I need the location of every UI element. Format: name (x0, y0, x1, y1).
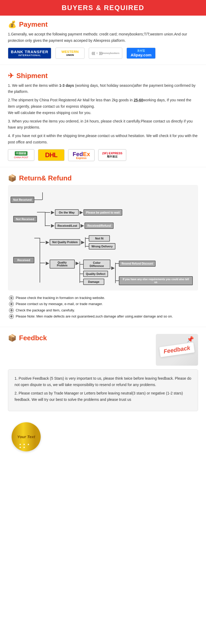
else-requirements-box: If you have any else requirements you co… (119, 276, 193, 285)
dhl-logo: DHL (38, 149, 64, 161)
payment-body: 1.Generally, we accept the following pay… (8, 31, 198, 44)
alipay-logo: 支付宝 Alipay.com (127, 48, 156, 59)
feedback-icon: 📦 (8, 334, 16, 342)
feedback-paragraphs: 1. Positive Feedback (5 Stars) is very i… (15, 375, 191, 403)
divider-1 (0, 65, 206, 65)
payment-section: 💰 Payment 1.Generally, we accept the fol… (0, 16, 206, 62)
return-notes: ① Please check the tracking in formation… (8, 295, 198, 320)
shipment-icon: ✈ (8, 72, 14, 80)
received-refund-box: Received/Refund (85, 223, 114, 229)
moneybookers-logo: ((( ○ ))) moneybookers (89, 48, 122, 59)
damage-box: Damage (83, 279, 104, 285)
on-the-way-box: On the Way (55, 209, 79, 216)
feedback-label: Feedback (159, 343, 195, 357)
return-title: 📦 Return& Refund (8, 174, 198, 182)
not-quality-box: Not Quality Problem (50, 239, 80, 245)
payment-icon: 💰 (8, 20, 16, 29)
shipment-title: ✈ Shipment (8, 72, 198, 80)
shipment-section: ✈ Shipment 1. We will sent the items wit… (0, 67, 206, 165)
badge-text: Your Text (17, 434, 35, 439)
quality-defect-box: Quality Defect (83, 271, 108, 277)
page-header: BUYERS & REQUIRED (0, 0, 206, 16)
fedex-logo: FedEx Express (68, 149, 95, 161)
nr-box: Not Received (13, 216, 37, 222)
divider-3 (0, 327, 206, 327)
wrong-delivery-box: Wrong Delivery (89, 243, 115, 250)
shipping-logos: 中国邮政 CHINA POST DHL FedEx Express (SF) E… (8, 149, 198, 161)
return-refund-section: 📦 Return& Refund Not Received (0, 169, 206, 325)
feedback-section: 📦 Feedbck 📌 Feedback 1. Positive Feedbac… (0, 329, 206, 459)
payment-logos: BANK TRANSFER INTERNATIONAL WESTERN UNIO… (8, 48, 198, 59)
not-fit-box: Not fit (89, 235, 110, 242)
shipment-body: 1. We will sent the items within 1-3 day… (8, 83, 198, 146)
please-wait-box: Please be patient to wait (83, 209, 123, 216)
resend-refund-box: Resend Refund Discount (119, 261, 156, 267)
pin-icon: 📌 (187, 336, 194, 343)
feedback-image: 📌 Feedback (156, 334, 198, 366)
header-title: BUYERS & REQUIRED (62, 4, 144, 12)
color-difference-box: Color Difference (83, 260, 111, 269)
feedback-content-box: 1. Positive Feedback (5 Stars) is very i… (8, 369, 198, 411)
return-icon: 📦 (8, 174, 16, 182)
sf-logo: (SF) EXPRESS 顺丰速运 (98, 149, 126, 161)
divider-2 (0, 167, 206, 167)
gold-badge-area: Your Text ★ ★ ★ ★ ★ (8, 415, 198, 457)
badge-stars: ★ ★ ★ ★ ★ (19, 443, 34, 449)
chinapost-logo: 中国邮政 CHINA POST (8, 149, 34, 161)
bank-transfer-logo: BANK TRANSFER INTERNATIONAL (8, 48, 51, 59)
payment-title: 💰 Payment (8, 20, 198, 29)
gold-badge: Your Text ★ ★ ★ ★ ★ (12, 422, 41, 451)
received-box: Received (13, 257, 34, 263)
feedback-title: 📦 Feedbck (8, 334, 47, 342)
flow-chart-full: Not Received ▶ On the Way ▶ Pl (11, 209, 195, 285)
not-received-flow: Not Received (11, 192, 195, 207)
quality-problem-box: Quality Problem (50, 260, 75, 269)
western-union-logo: WESTERN UNION (55, 48, 85, 59)
received-lost-box: Received/Lost (55, 223, 80, 229)
flow-chart-container: Not Received Not Received (8, 185, 198, 291)
not-received-box: Not Received (11, 197, 34, 203)
